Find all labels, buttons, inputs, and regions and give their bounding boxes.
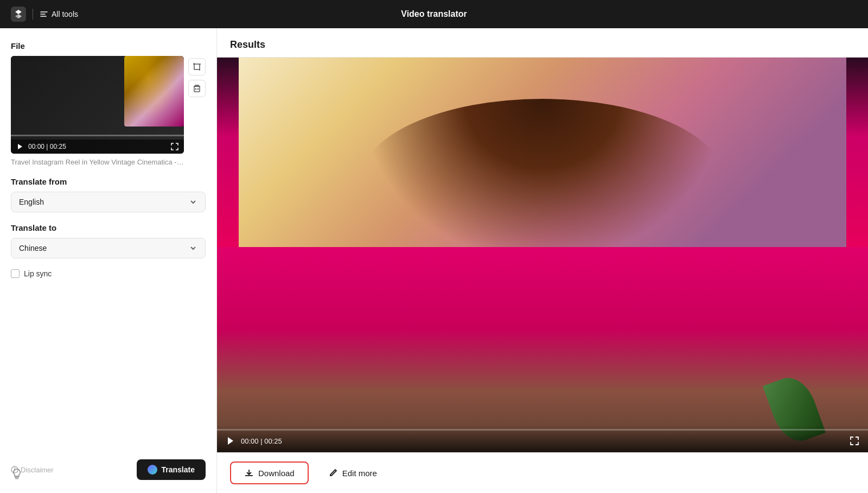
- bulb-icon-wrapper: [11, 468, 23, 482]
- play-icon-small[interactable]: [16, 143, 24, 150]
- thumb-image: [124, 56, 184, 127]
- translate-from-label: Translate from: [11, 177, 206, 186]
- time-label-large: 00:00 | 00:25: [241, 437, 282, 445]
- svg-rect-7: [194, 86, 200, 92]
- download-button[interactable]: Download: [230, 462, 309, 484]
- fullscreen-icon-large[interactable]: [850, 436, 859, 446]
- logo-icon[interactable]: [11, 7, 26, 22]
- translate-to-value: Chinese: [19, 244, 47, 252]
- progress-bar-small: [11, 135, 184, 136]
- lip-sync-label: Lip sync: [24, 269, 52, 278]
- video-preview-wrapper: 00:00 | 00:25: [217, 58, 868, 452]
- lip-sync-checkbox[interactable]: [11, 269, 20, 278]
- edit-icon: [328, 468, 338, 478]
- time-label-small: 00:00 | 00:25: [28, 143, 66, 150]
- results-header: Results: [217, 28, 868, 58]
- chevron-down-icon-from: [189, 198, 197, 206]
- video-controls-small: 00:00 | 00:25: [11, 140, 184, 154]
- play-icon-large[interactable]: [226, 436, 235, 446]
- art-card-inner: [239, 58, 846, 263]
- content-area: Results: [217, 28, 868, 493]
- translate-to-dropdown[interactable]: Chinese: [11, 238, 206, 258]
- file-section-label: File: [11, 41, 206, 50]
- svg-marker-1: [18, 144, 22, 149]
- chevron-down-icon-to: [189, 244, 197, 252]
- edit-more-button[interactable]: Edit more: [317, 463, 388, 483]
- translate-to-section: Translate to Chinese: [11, 223, 206, 258]
- pink-area: [217, 247, 868, 452]
- translate-button-label: Translate: [162, 465, 195, 474]
- translate-button-icon: [148, 465, 157, 475]
- action-bar: Download Edit more: [217, 452, 868, 493]
- video-thumbnail: 00:00 | 00:25: [11, 56, 184, 154]
- download-icon: [244, 468, 254, 478]
- translate-from-dropdown[interactable]: English: [11, 192, 206, 212]
- download-label: Download: [258, 469, 295, 478]
- video-preview-area: 00:00 | 00:25: [217, 58, 868, 452]
- sidebar-footer: Disclaimer Translate: [11, 459, 206, 480]
- fullscreen-icon-small[interactable]: [171, 143, 178, 150]
- svg-marker-15: [228, 437, 233, 445]
- top-navigation: All tools Video translator: [0, 0, 868, 28]
- all-tools-label: All tools: [52, 10, 78, 18]
- art-card: [239, 58, 846, 263]
- filename-label: Travel Instagram Reel in Yellow Vintage …: [11, 158, 184, 166]
- tools-icon: [40, 10, 48, 18]
- sidebar: File 00:00 | 00:25: [0, 28, 217, 493]
- all-tools-button[interactable]: All tools: [40, 10, 78, 18]
- lip-sync-row: Lip sync: [11, 269, 206, 278]
- nav-divider: [33, 9, 33, 20]
- translate-button[interactable]: Translate: [137, 459, 206, 480]
- svg-rect-2: [194, 64, 200, 69]
- disclaimer-label: Disclaimer: [21, 466, 54, 474]
- edit-more-label: Edit more: [342, 469, 377, 478]
- video-controls-large: 00:00 | 00:25: [217, 425, 868, 452]
- delete-button[interactable]: [188, 80, 206, 97]
- bulb-icon[interactable]: [11, 468, 23, 480]
- file-section: File 00:00 | 00:25: [11, 41, 206, 166]
- crop-button[interactable]: [188, 58, 206, 75]
- page-title: Video translator: [401, 9, 467, 19]
- translate-to-label: Translate to: [11, 223, 206, 232]
- translate-from-value: English: [19, 198, 44, 206]
- translate-from-section: Translate from English: [11, 177, 206, 212]
